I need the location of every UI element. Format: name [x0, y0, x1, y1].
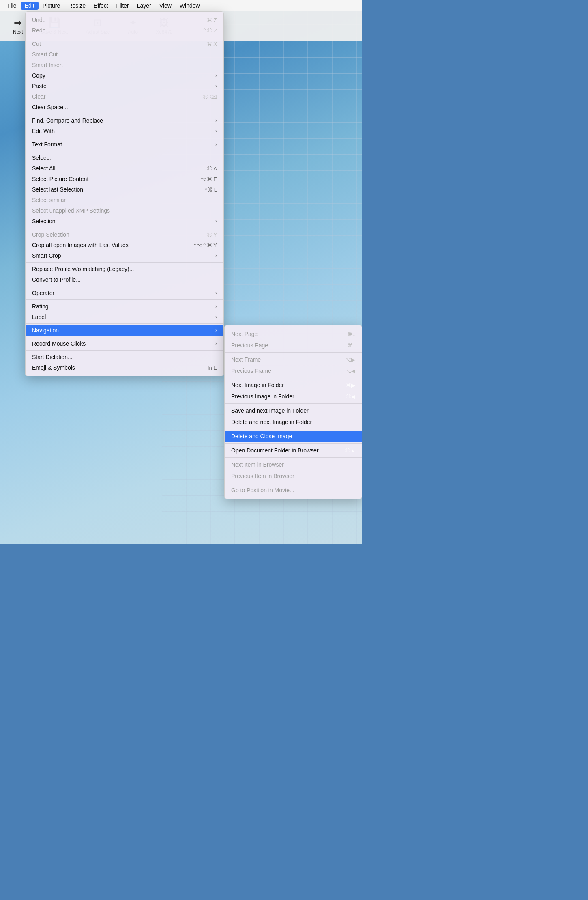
smart-cut-label: Smart Cut — [32, 51, 58, 58]
previous-item-browser-item[interactable]: Previous Item in Browser — [225, 470, 362, 482]
menu-window[interactable]: Window — [176, 2, 204, 10]
redo-item[interactable]: Redo ⇧⌘ Z — [26, 25, 223, 36]
select-all-label: Select All — [32, 165, 56, 172]
select-picture-content-label: Select Picture Content — [32, 176, 88, 182]
delete-close-image-item[interactable]: Delete and Close Image — [225, 431, 362, 442]
next-frame-item[interactable]: Next Frame ⌥▶ — [225, 354, 362, 365]
menu-file[interactable]: File — [3, 2, 21, 10]
cut-copy-paste-section: Cut ⌘ X Smart Cut Smart Insert Copy › Pa… — [26, 37, 223, 114]
next-label: Next — [13, 29, 23, 35]
select-all-item[interactable]: Select All ⌘ A — [26, 163, 223, 174]
emoji-symbols-shortcut: fn E — [208, 365, 217, 371]
smart-crop-label: Smart Crop — [32, 252, 61, 259]
navigation-item[interactable]: Navigation › Next Page ⌘↓ Previous Page … — [26, 325, 223, 336]
open-document-folder-browser-item[interactable]: Open Document Folder in Browser ⌘▲ — [225, 445, 362, 456]
undo-redo-section: Undo ⌘ Z Redo ⇧⌘ Z — [26, 13, 223, 37]
paste-item[interactable]: Paste › — [26, 81, 223, 91]
profile-section: Replace Profile w/o matching (Legacy)...… — [26, 263, 223, 286]
edit-with-item[interactable]: Edit With › — [26, 126, 223, 136]
select-section: Select... Select All ⌘ A Select Picture … — [26, 151, 223, 228]
open-document-folder-browser-label: Open Document Folder in Browser — [231, 447, 319, 454]
select-picture-content-item[interactable]: Select Picture Content ⌥⌘ E — [26, 174, 223, 184]
clear-space-item[interactable]: Clear Space... — [26, 102, 223, 112]
menu-view[interactable]: View — [155, 2, 176, 10]
undo-item[interactable]: Undo ⌘ Z — [26, 15, 223, 25]
menu-resize[interactable]: Resize — [64, 2, 90, 10]
clear-shortcut: ⌘ ⌫ — [203, 94, 217, 100]
selection-item[interactable]: Selection › — [26, 216, 223, 226]
select-picture-content-shortcut: ⌥⌘ E — [201, 176, 217, 182]
cut-item[interactable]: Cut ⌘ X — [26, 39, 223, 49]
paste-label: Paste — [32, 83, 47, 89]
next-page-label: Next Page — [231, 331, 258, 337]
crop-selection-item[interactable]: Crop Selection ⌘ Y — [26, 229, 223, 240]
cut-label: Cut — [32, 41, 41, 47]
operator-label: Operator — [32, 290, 54, 296]
dictation-emoji-section: Start Dictation... Emoji & Symbols fn E — [26, 351, 223, 374]
record-mouse-clicks-item[interactable]: Record Mouse Clicks › — [26, 338, 223, 349]
previous-page-shortcut: ⌘↑ — [348, 342, 356, 349]
select-unapplied-xmp-item[interactable]: Select unapplied XMP Settings — [26, 205, 223, 216]
edit-dropdown-menu: Undo ⌘ Z Redo ⇧⌘ Z Cut ⌘ X Smart Cut Sma… — [25, 11, 224, 376]
go-to-position-movie-item[interactable]: Go to Position in Movie... — [225, 484, 362, 496]
find-compare-replace-item[interactable]: Find, Compare and Replace › — [26, 115, 223, 126]
menu-layer[interactable]: Layer — [133, 2, 155, 10]
convert-profile-item[interactable]: Convert to Profile... — [26, 274, 223, 285]
save-next-image-folder-item[interactable]: Save and next Image in Folder — [225, 405, 362, 416]
edit-with-label: Edit With — [32, 128, 55, 134]
rating-item[interactable]: Rating › — [26, 301, 223, 312]
label-item[interactable]: Label › — [26, 312, 223, 322]
rating-label: Rating — [32, 303, 48, 310]
menu-effect[interactable]: Effect — [90, 2, 112, 10]
save-delete-next-section: Save and next Image in Folder Delete and… — [225, 404, 362, 429]
find-compare-replace-label: Find, Compare and Replace — [32, 117, 103, 124]
redo-label: Redo — [32, 27, 45, 34]
go-to-position-movie-label: Go to Position in Movie... — [231, 487, 294, 493]
folder-nav-section: Next Image in Folder ⌘▶ Previous Image i… — [225, 378, 362, 404]
menubar: File Edit Picture Resize Effect Filter L… — [0, 0, 362, 11]
navigation-submenu: Next Page ⌘↓ Previous Page ⌘↑ Next Frame… — [224, 325, 362, 499]
select-last-selection-label: Select last Selection — [32, 186, 83, 193]
text-format-item[interactable]: Text Format › — [26, 139, 223, 150]
copy-label: Copy — [32, 72, 45, 79]
start-dictation-item[interactable]: Start Dictation... — [26, 352, 223, 362]
replace-profile-item[interactable]: Replace Profile w/o matching (Legacy)... — [26, 264, 223, 274]
copy-item[interactable]: Copy › — [26, 70, 223, 81]
smart-cut-item[interactable]: Smart Cut — [26, 49, 223, 60]
rating-chevron: › — [215, 304, 217, 309]
select-all-shortcut: ⌘ A — [207, 166, 217, 172]
menu-filter[interactable]: Filter — [112, 2, 133, 10]
next-image-folder-item[interactable]: Next Image in Folder ⌘▶ — [225, 379, 362, 391]
smart-insert-item[interactable]: Smart Insert — [26, 60, 223, 70]
cut-shortcut: ⌘ X — [207, 41, 217, 47]
menu-picture[interactable]: Picture — [39, 2, 64, 10]
previous-page-item[interactable]: Previous Page ⌘↑ — [225, 340, 362, 351]
text-format-chevron: › — [215, 142, 217, 147]
previous-image-folder-item[interactable]: Previous Image in Folder ⌘◀ — [225, 391, 362, 402]
label-label: Label — [32, 314, 46, 320]
smart-crop-item[interactable]: Smart Crop › — [26, 250, 223, 261]
next-image-folder-shortcut: ⌘▶ — [346, 382, 355, 388]
next-item-browser-label: Next Item in Browser — [231, 461, 284, 468]
smart-insert-label: Smart Insert — [32, 62, 63, 68]
delete-next-image-folder-item[interactable]: Delete and next Image in Folder — [225, 416, 362, 428]
select-unapplied-xmp-label: Select unapplied XMP Settings — [32, 207, 110, 214]
open-folder-section: Open Document Folder in Browser ⌘▲ — [225, 444, 362, 458]
text-format-section: Text Format › — [26, 138, 223, 151]
select-item[interactable]: Select... — [26, 153, 223, 163]
next-item-browser-item[interactable]: Next Item in Browser — [225, 459, 362, 470]
next-page-item[interactable]: Next Page ⌘↓ — [225, 328, 362, 340]
crop-all-open-item[interactable]: Crop all open Images with Last Values ^⌥… — [26, 240, 223, 250]
record-mouse-section: Record Mouse Clicks › — [26, 337, 223, 351]
select-last-selection-item[interactable]: Select last Selection ^⌘ L — [26, 184, 223, 195]
crop-all-open-shortcut: ^⌥⇧⌘ Y — [194, 242, 217, 248]
operator-item[interactable]: Operator › — [26, 288, 223, 298]
emoji-symbols-item[interactable]: Emoji & Symbols fn E — [26, 362, 223, 373]
clear-item[interactable]: Clear ⌘ ⌫ — [26, 91, 223, 102]
emoji-symbols-label: Emoji & Symbols — [32, 364, 75, 371]
previous-frame-item[interactable]: Previous Frame ⌥◀ — [225, 365, 362, 377]
next-image-folder-label: Next Image in Folder — [231, 382, 284, 388]
menu-edit[interactable]: Edit — [21, 2, 39, 10]
select-similar-item[interactable]: Select similar — [26, 195, 223, 205]
undo-label: Undo — [32, 17, 45, 23]
